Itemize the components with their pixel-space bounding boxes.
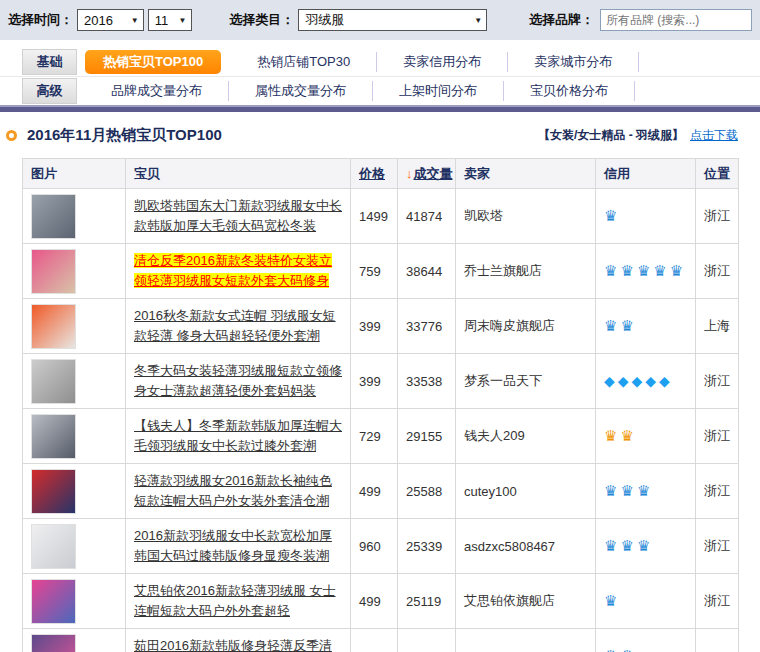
product-title-link[interactable]: 2016新款羽绒服女中长款宽松加厚韩国大码过膝韩版修身显瘦冬装潮 bbox=[134, 528, 332, 563]
product-thumbnail[interactable] bbox=[31, 304, 76, 349]
time-filter-label: 选择时间： bbox=[8, 11, 73, 29]
product-thumbnail[interactable] bbox=[31, 524, 76, 569]
month-select[interactable]: 11 ▼ bbox=[148, 9, 192, 31]
product-title-cell: 2016秋冬新款女式连帽 羽绒服女短款轻薄 修身大码超轻轻便外套潮 bbox=[126, 299, 351, 354]
blue-crown-icon: ♛♛♛ bbox=[604, 537, 653, 554]
product-title-link[interactable]: 轻薄款羽绒服女2016新款长袖纯色短款连帽大码户外女装外套清仓潮 bbox=[134, 473, 332, 508]
products-table: 图片宝贝价格↓成交量卖家信用位置 凯欧塔韩国东大门新款羽绒服女中长款韩版加厚大毛… bbox=[22, 158, 739, 652]
column-header-4: 卖家 bbox=[456, 159, 596, 189]
seller-credit-cell: ♛♛♛♛♛ bbox=[596, 244, 696, 299]
category-path: 【女装/女士精品 - 羽绒服】 bbox=[538, 127, 684, 144]
basic-tab-2[interactable]: 卖家信用分布 bbox=[377, 52, 508, 72]
product-title-link[interactable]: 清仓反季2016新款冬装特价女装立领轻薄羽绒服女短款外套大码修身 bbox=[134, 253, 332, 288]
category-filter-label: 选择类目： bbox=[229, 11, 294, 29]
product-thumbnail[interactable] bbox=[31, 359, 76, 404]
column-header-2[interactable]: 价格 bbox=[351, 159, 398, 189]
basic-tab-items: 热销宝贝TOP100热销店铺TOP30卖家信用分布卖家城市分布 bbox=[85, 47, 639, 76]
year-select[interactable]: 2016 ▼ bbox=[77, 9, 144, 31]
tab-divider-bar bbox=[0, 105, 760, 112]
advanced-tab-items: 品牌成交量分布属性成交量分布上架时间分布宝贝价格分布 bbox=[85, 77, 635, 105]
product-price: 399 bbox=[351, 354, 398, 409]
sales-volume bbox=[398, 629, 456, 652]
sales-volume: 25339 bbox=[398, 519, 456, 574]
product-thumbnail[interactable] bbox=[31, 249, 76, 294]
product-image-cell bbox=[23, 189, 126, 244]
product-title-link[interactable]: 艾思铂依2016新款轻薄羽绒服 女士连帽短款大码户外外套超轻 bbox=[134, 583, 336, 618]
advanced-tab-row: 高级 品牌成交量分布属性成交量分布上架时间分布宝贝价格分布 bbox=[0, 76, 760, 105]
sales-volume: 41874 bbox=[398, 189, 456, 244]
product-image-cell bbox=[23, 409, 126, 464]
basic-tab-1[interactable]: 热销店铺TOP30 bbox=[231, 52, 377, 72]
seller-credit-cell: ♛ bbox=[596, 189, 696, 244]
seller-name: 乔士兰旗舰店 bbox=[456, 244, 596, 299]
products-table-body: 凯欧塔韩国东大门新款羽绒服女中长款韩版加厚大毛领大码宽松冬装149941874凯… bbox=[23, 189, 739, 652]
product-image-cell bbox=[23, 519, 126, 574]
column-header-1: 宝贝 bbox=[126, 159, 351, 189]
product-thumbnail[interactable] bbox=[31, 194, 76, 239]
basic-tab-0[interactable]: 热销宝贝TOP100 bbox=[85, 50, 221, 74]
seller-name: 艾思铂依旗舰店 bbox=[456, 574, 596, 629]
product-title-link[interactable]: 冬季大码女装轻薄羽绒服短款立领修身女士薄款超薄轻便外套妈妈装 bbox=[134, 363, 342, 398]
basic-tab-3[interactable]: 卖家城市分布 bbox=[508, 52, 639, 72]
product-title-link[interactable]: 茹田2016新款韩版修身轻薄反季清仓羽绒服女短款连 bbox=[134, 638, 332, 652]
sales-volume: 33776 bbox=[398, 299, 456, 354]
product-image-cell bbox=[23, 299, 126, 354]
basic-tab-row: 基础 热销宝贝TOP100热销店铺TOP30卖家信用分布卖家城市分布 bbox=[0, 47, 760, 76]
table-row: 冬季大码女装轻薄羽绒服短款立领修身女士薄款超薄轻便外套妈妈装39933538梦系… bbox=[23, 354, 739, 409]
seller-name: 周末嗨皮旗舰店 bbox=[456, 299, 596, 354]
column-header-3[interactable]: ↓成交量 bbox=[398, 159, 456, 189]
column-header-label[interactable]: 成交量 bbox=[414, 166, 453, 181]
advanced-tab-0[interactable]: 品牌成交量分布 bbox=[85, 81, 229, 101]
product-title-link[interactable]: 凯欧塔韩国东大门新款羽绒服女中长款韩版加厚大毛领大码宽松冬装 bbox=[134, 198, 342, 233]
product-thumbnail[interactable] bbox=[31, 634, 76, 652]
blue-diamond-icon: ◆◆◆◆◆ bbox=[604, 373, 673, 389]
download-link[interactable]: 点击下载 bbox=[690, 127, 738, 144]
chevron-down-icon: ▼ bbox=[131, 16, 139, 25]
seller-name: asdzxc5808467 bbox=[456, 519, 596, 574]
brand-filter-label: 选择品牌： bbox=[529, 11, 594, 29]
product-title-cell: 清仓反季2016新款冬装特价女装立领轻薄羽绒服女短款外套大码修身 bbox=[126, 244, 351, 299]
brand-search-input[interactable] bbox=[601, 10, 760, 30]
product-price: 399 bbox=[351, 299, 398, 354]
product-price: 729 bbox=[351, 409, 398, 464]
seller-name bbox=[456, 629, 596, 652]
category-select-value: 羽绒服 bbox=[305, 11, 344, 29]
product-thumbnail[interactable] bbox=[31, 414, 76, 459]
sales-volume: 33538 bbox=[398, 354, 456, 409]
product-thumbnail[interactable] bbox=[31, 579, 76, 624]
table-row: 艾思铂依2016新款轻薄羽绒服 女士连帽短款大码户外外套超轻49925119艾思… bbox=[23, 574, 739, 629]
product-image-cell bbox=[23, 574, 126, 629]
page: 选择时间： 2016 ▼ 11 ▼ 选择类目： 羽绒服 ▼ 选择品牌： ▼ 基础… bbox=[0, 0, 760, 652]
column-header-label[interactable]: 价格 bbox=[359, 166, 385, 181]
seller-location: 上海 bbox=[696, 299, 739, 354]
seller-location: 浙江 bbox=[696, 409, 739, 464]
product-thumbnail[interactable] bbox=[31, 469, 76, 514]
gold-crown-icon: ♛♛ bbox=[604, 427, 637, 444]
advanced-tab-3[interactable]: 宝贝价格分布 bbox=[504, 81, 635, 101]
chevron-down-icon: ▼ bbox=[179, 16, 187, 25]
advanced-tab-2[interactable]: 上架时间分布 bbox=[373, 81, 504, 101]
product-title-link[interactable]: 2016秋冬新款女式连帽 羽绒服女短款轻薄 修身大码超轻轻便外套潮 bbox=[134, 308, 336, 343]
advanced-tabs-label: 高级 bbox=[22, 78, 77, 104]
blue-crown-icon: ♛♛♛♛♛ bbox=[604, 262, 686, 279]
product-title-cell: 茹田2016新款韩版修身轻薄反季清仓羽绒服女短款连 bbox=[126, 629, 351, 652]
bullet-icon bbox=[6, 130, 17, 141]
table-row: 清仓反季2016新款冬装特价女装立领轻薄羽绒服女短款外套大码修身75938644… bbox=[23, 244, 739, 299]
report-tabs: 基础 热销宝贝TOP100热销店铺TOP30卖家信用分布卖家城市分布 高级 品牌… bbox=[0, 47, 760, 112]
product-title-link[interactable]: 【钱夫人】冬季新款韩版加厚连帽大毛领羽绒服女中长款过膝外套潮 bbox=[134, 418, 342, 453]
advanced-tab-1[interactable]: 属性成交量分布 bbox=[229, 81, 373, 101]
category-select[interactable]: 羽绒服 ▼ bbox=[298, 9, 487, 31]
seller-name: 梦系一品天下 bbox=[456, 354, 596, 409]
product-title-cell: 2016新款羽绒服女中长款宽松加厚韩国大码过膝韩版修身显瘦冬装潮 bbox=[126, 519, 351, 574]
sales-volume: 25588 bbox=[398, 464, 456, 519]
blue-crown-icon: ♛♛ bbox=[604, 647, 637, 652]
seller-name: cutey100 bbox=[456, 464, 596, 519]
table-row: 2016新款羽绒服女中长款宽松加厚韩国大码过膝韩版修身显瘦冬装潮96025339… bbox=[23, 519, 739, 574]
seller-location: 浙江 bbox=[696, 464, 739, 519]
seller-location: 浙江 bbox=[696, 244, 739, 299]
seller-credit-cell: ♛♛♛ bbox=[596, 519, 696, 574]
chevron-down-icon: ▼ bbox=[474, 16, 482, 25]
seller-location: 浙江 bbox=[696, 574, 739, 629]
product-price: 759 bbox=[351, 244, 398, 299]
product-price: 499 bbox=[351, 464, 398, 519]
